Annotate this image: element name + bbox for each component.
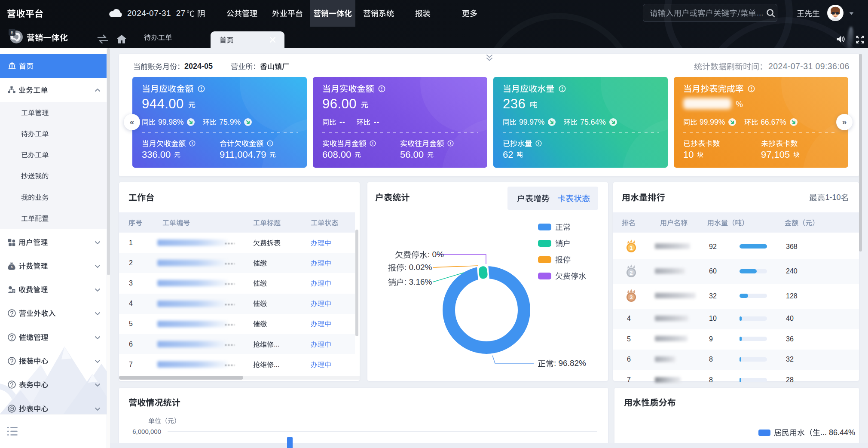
svg-text:s: s: [11, 265, 13, 269]
svg-text:3: 3: [630, 295, 633, 301]
svg-text:2: 2: [630, 270, 633, 276]
svg-text:6: 6: [11, 30, 13, 35]
svg-text:1: 1: [630, 245, 633, 251]
